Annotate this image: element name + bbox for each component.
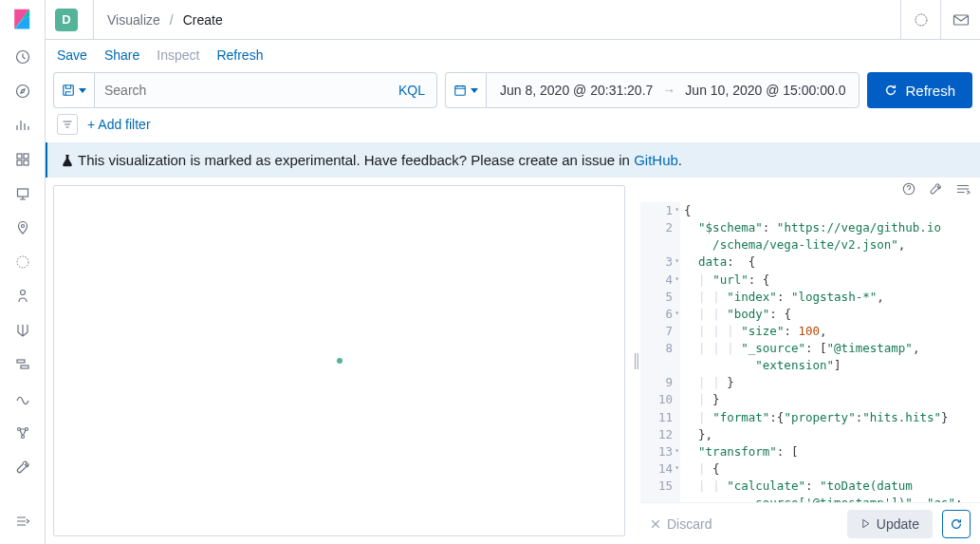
code-line[interactable]: ._source['@timestamp'])", "as": [640, 495, 980, 502]
breadcrumb-current: Create [183, 12, 223, 28]
svg-rect-2 [17, 154, 22, 159]
date-to: Jun 10, 2020 @ 15:00:00.0 [685, 83, 845, 98]
kibana-logo[interactable] [0, 0, 46, 40]
code-line[interactable]: 6▾ | | "body": { [640, 306, 980, 323]
code-line[interactable]: 12 }, [640, 426, 980, 443]
newsfeed-icon[interactable] [900, 0, 940, 40]
dashboard-icon[interactable] [0, 142, 46, 177]
save-link[interactable]: Save [57, 47, 87, 63]
kql-toggle[interactable]: KQL [387, 73, 436, 107]
code-line[interactable]: 15 | | "calculate": "toDate(datum [640, 478, 980, 495]
svg-point-8 [17, 256, 28, 268]
visualize-icon[interactable] [0, 108, 46, 142]
update-button[interactable]: Update [847, 510, 933, 538]
refresh-icon [884, 84, 897, 97]
svg-point-7 [21, 225, 24, 228]
code-line[interactable]: 14▾ | { [640, 460, 980, 478]
maps-icon[interactable] [0, 211, 46, 245]
code-line[interactable]: 4▾ | "url": { [640, 272, 980, 289]
dev-tools-icon[interactable] [0, 450, 46, 484]
query-bar: KQL Jun 8, 2020 @ 20:31:20.7 → Jun 10, 2… [46, 68, 980, 112]
divider [93, 0, 94, 40]
collapse-icon[interactable] [0, 504, 46, 538]
calendar-icon [453, 84, 467, 97]
filter-row: + Add filter [46, 112, 980, 142]
autorefresh-button[interactable] [942, 510, 971, 538]
recent-icon[interactable] [0, 40, 46, 74]
discover-icon[interactable] [0, 74, 46, 108]
svg-point-1 [16, 85, 28, 98]
close-icon [650, 518, 661, 530]
svg-rect-3 [24, 154, 28, 159]
editor-footer: Discard Update [640, 502, 980, 544]
code-line[interactable]: 1▾{ [640, 202, 980, 219]
side-rail [0, 0, 46, 544]
breadcrumb-parent[interactable]: Visualize [107, 12, 160, 28]
arrow-right-icon: → [662, 83, 675, 98]
metrics-icon[interactable] [0, 279, 46, 313]
callout-suffix: . [678, 152, 682, 168]
siem-icon[interactable] [0, 416, 46, 450]
code-line[interactable]: 2 "$schema": "https://vega/github.io [640, 219, 980, 236]
code-line[interactable]: 7 | | | "size": 100, [640, 323, 980, 340]
code-line[interactable]: 11 | "format":{"property":"hits.hits"} [640, 409, 980, 426]
callout-text: This visualization is marked as experime… [78, 152, 634, 168]
svg-rect-6 [17, 189, 28, 197]
svg-rect-10 [17, 360, 25, 363]
chevron-down-icon [471, 88, 478, 93]
github-link[interactable]: GitHub [634, 152, 678, 168]
code-line[interactable]: 3▾ data: { [640, 253, 980, 271]
chevron-down-icon [79, 88, 86, 93]
editor-pane: 1▾{2 "$schema": "https://vega/github.io … [640, 178, 980, 544]
svg-rect-4 [17, 160, 22, 165]
date-quick-button[interactable] [445, 72, 486, 108]
ml-icon[interactable] [0, 245, 46, 279]
share-link[interactable]: Share [104, 47, 139, 63]
date-from: Jun 8, 2020 @ 20:31:20.7 [500, 83, 653, 98]
add-filter-button[interactable]: + Add filter [87, 117, 151, 132]
code-line[interactable]: 13▾ "transform": [ [640, 443, 980, 460]
wordwrap-icon[interactable] [955, 182, 971, 198]
code-line[interactable]: 10 | } [640, 391, 980, 408]
code-line[interactable]: "extension"] [640, 357, 980, 374]
uptime-icon[interactable] [0, 382, 46, 416]
action-toolbar: Save Share Inspect Refresh [46, 40, 980, 68]
canvas-icon[interactable] [0, 177, 46, 211]
refresh-button[interactable]: Refresh [867, 72, 972, 108]
svg-point-14 [21, 436, 24, 439]
code-line[interactable]: 9 | | } [640, 374, 980, 391]
mail-icon[interactable] [940, 0, 980, 40]
apm-icon[interactable] [0, 347, 46, 382]
wrench-icon[interactable] [929, 182, 942, 198]
code-line[interactable]: 8 | | | "_source": ["@timestamp", [640, 340, 980, 357]
disk-icon [62, 84, 75, 97]
svg-rect-11 [21, 366, 28, 368]
saved-query-button[interactable] [53, 72, 94, 108]
play-icon [860, 518, 871, 529]
breadcrumb-sep: / [170, 12, 174, 28]
visualization-canvas [53, 185, 625, 536]
code-line[interactable]: 5 | | "index": "logstash-*", [640, 289, 980, 306]
date-range[interactable]: Jun 8, 2020 @ 20:31:20.7 → Jun 10, 2020 … [486, 72, 860, 108]
svg-rect-17 [64, 85, 74, 96]
svg-point-9 [20, 291, 25, 295]
search-input[interactable] [95, 83, 387, 98]
pane-resizer[interactable]: ║ [633, 178, 640, 544]
code-line[interactable]: /schema/vega-lite/v2.json", [640, 236, 980, 253]
help-icon[interactable] [902, 182, 915, 198]
data-point [337, 358, 342, 364]
refresh-link[interactable]: Refresh [216, 47, 263, 63]
breadcrumb: Visualize / Create [107, 12, 223, 28]
logs-icon[interactable] [0, 313, 46, 347]
discard-button[interactable]: Discard [650, 516, 712, 532]
filter-options-icon[interactable] [57, 114, 78, 135]
query-input-wrap: KQL [94, 72, 437, 108]
workspace: ║ 1▾{2 "$schema": "https://vega/github.i… [46, 178, 980, 544]
svg-rect-5 [24, 160, 28, 165]
main: Save Share Inspect Refresh KQL Jun 8, 20… [46, 40, 980, 544]
beaker-icon [61, 154, 74, 167]
space-selector[interactable]: D [55, 9, 78, 31]
code-editor[interactable]: 1▾{2 "$schema": "https://vega/github.io … [640, 202, 980, 502]
inspect-link: Inspect [157, 47, 199, 63]
visualization-panel [46, 178, 633, 544]
